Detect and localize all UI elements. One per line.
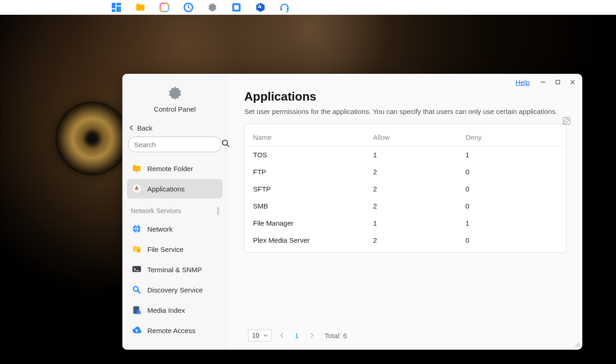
svg-rect-1 xyxy=(116,3,121,6)
search-box[interactable] xyxy=(128,137,222,152)
sidebar-title: Control Panel xyxy=(122,105,227,113)
sidebar-item-remote-folder[interactable]: Remote Folder xyxy=(127,159,223,178)
svg-rect-26 xyxy=(137,249,140,252)
cell-name: TOS xyxy=(253,151,373,159)
sidebar-item-media-index[interactable]: Media Index xyxy=(127,300,223,320)
sidebar-item-label: Network xyxy=(147,225,173,233)
svg-rect-8 xyxy=(234,5,239,10)
sidebar-item-label: Discovery Service xyxy=(147,286,203,294)
search-input[interactable] xyxy=(134,141,222,149)
svg-rect-13 xyxy=(280,8,282,11)
cell-name: FTP xyxy=(253,168,373,176)
table-header: Name Allow Deny xyxy=(245,129,566,146)
table-row[interactable]: File Manager11 xyxy=(245,215,566,232)
edit-button[interactable] xyxy=(562,116,571,127)
back-button[interactable]: Back xyxy=(122,119,227,137)
main-content: Applications Set user permissions for th… xyxy=(228,74,582,350)
table-row[interactable]: TOS11 xyxy=(245,146,566,163)
svg-rect-2 xyxy=(116,6,121,12)
docker-icon[interactable] xyxy=(255,2,266,13)
sidebar-item-label: Remote Access xyxy=(147,327,195,334)
folder-share-icon xyxy=(132,163,142,173)
col-deny: Deny xyxy=(465,133,558,141)
svg-line-31 xyxy=(138,291,140,293)
applications-table: Name Allow Deny TOS11FTP20SFTP20SMB20Fil… xyxy=(244,124,567,253)
headset-icon[interactable] xyxy=(279,2,290,13)
cell-deny: 0 xyxy=(465,236,558,244)
page-number[interactable]: 1 xyxy=(295,332,299,340)
cell-allow: 2 xyxy=(373,185,465,193)
page-description: Set user permissions for the application… xyxy=(244,107,567,115)
table-row[interactable]: FTP20 xyxy=(245,163,566,180)
svg-point-30 xyxy=(134,287,138,291)
page-title: Applications xyxy=(244,90,567,104)
svg-rect-3 xyxy=(112,9,115,12)
cell-deny: 0 xyxy=(465,202,558,210)
sidebar-header: Control Panel xyxy=(122,85,227,113)
taskbar xyxy=(0,0,616,15)
page-size-select[interactable]: 10 xyxy=(248,329,272,341)
cell-deny: 1 xyxy=(465,151,558,159)
cell-allow: 1 xyxy=(373,219,465,227)
cell-name: File Manager xyxy=(253,219,373,227)
control-panel-window: Help Control Panel Back Remote Folder xyxy=(122,74,582,350)
dashboard-icon[interactable] xyxy=(111,2,122,13)
page-size-value: 10 xyxy=(252,332,260,339)
sidebar-item-terminal-snmp[interactable]: Terminal & SNMP xyxy=(127,260,223,279)
folder-icon[interactable] xyxy=(135,2,146,13)
cell-name: SMB xyxy=(253,202,373,210)
svg-rect-35 xyxy=(563,118,570,125)
back-label: Back xyxy=(137,124,152,132)
sidebar-item-network[interactable]: Network xyxy=(127,219,223,239)
pagination: 10 1 Total: 6 xyxy=(244,323,567,342)
sidebar-nav: Remote Folder Applications Network Servi… xyxy=(122,157,227,350)
desktop-background-detail xyxy=(55,101,129,175)
clock-icon[interactable] xyxy=(183,2,194,13)
cell-allow: 1 xyxy=(373,151,465,159)
section-label: Network Services xyxy=(131,207,181,215)
svg-rect-0 xyxy=(112,3,115,8)
section-handle-icon: || xyxy=(217,206,219,215)
cell-allow: 2 xyxy=(373,168,465,176)
resize-grip[interactable] xyxy=(573,340,580,348)
cell-allow: 2 xyxy=(373,236,465,244)
app-icon[interactable] xyxy=(231,2,242,13)
sidebar-item-applications[interactable]: Applications xyxy=(127,179,223,198)
svg-point-24 xyxy=(135,187,138,190)
apps-icon xyxy=(132,184,142,194)
svg-point-20 xyxy=(223,140,228,145)
svg-line-34 xyxy=(140,313,141,314)
col-name: Name xyxy=(253,133,373,141)
chevron-down-icon xyxy=(263,332,268,339)
photo-icon[interactable] xyxy=(159,2,170,13)
sidebar-item-label: Media Index xyxy=(147,306,185,314)
table-row[interactable]: SFTP20 xyxy=(245,180,566,197)
svg-rect-10 xyxy=(258,6,260,8)
table-row[interactable]: SMB20 xyxy=(245,197,566,215)
media-index-icon xyxy=(132,305,142,315)
col-allow: Allow xyxy=(373,133,465,141)
svg-rect-4 xyxy=(160,3,169,12)
sidebar-item-file-service[interactable]: File Service xyxy=(127,239,223,259)
page-prev-button[interactable] xyxy=(277,330,288,341)
cell-deny: 1 xyxy=(465,219,558,227)
cell-name: Plex Media Server xyxy=(253,236,373,244)
magnify-icon xyxy=(132,285,142,295)
svg-rect-27 xyxy=(133,266,141,272)
settings-icon[interactable] xyxy=(207,2,218,13)
sidebar-item-label: Remote Folder xyxy=(147,165,193,173)
sidebar-item-remote-access[interactable]: Remote Access xyxy=(127,321,223,340)
svg-rect-11 xyxy=(260,6,261,8)
table-row[interactable]: Plex Media Server20 xyxy=(245,232,566,249)
svg-rect-14 xyxy=(287,8,289,11)
cell-deny: 0 xyxy=(465,168,558,176)
sidebar-item-label: Applications xyxy=(147,185,185,193)
sidebar: Control Panel Back Remote Folder Applica… xyxy=(122,74,228,350)
cell-allow: 2 xyxy=(373,202,465,210)
svg-line-38 xyxy=(579,346,580,347)
sidebar-section-network-services: Network Services || xyxy=(125,199,224,218)
cloud-icon xyxy=(132,325,142,335)
page-next-button[interactable] xyxy=(306,330,317,341)
sidebar-item-label: Terminal & SNMP xyxy=(147,266,202,274)
sidebar-item-discovery-service[interactable]: Discovery Service xyxy=(127,280,223,299)
